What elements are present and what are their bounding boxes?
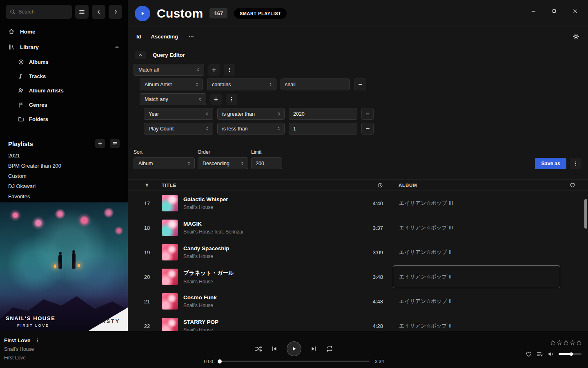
menu-button[interactable] xyxy=(75,5,89,19)
sidebar-item-home[interactable]: Home xyxy=(0,24,128,39)
save-as-button[interactable]: Save as xyxy=(535,158,566,169)
column-header-title[interactable]: TITLE xyxy=(157,183,350,188)
seek-knob[interactable] xyxy=(218,359,222,364)
track-row[interactable]: 21 Cosmo Funk Snail's House 4:48 エイリアン☆ポ… xyxy=(128,289,588,314)
add-rule-button[interactable] xyxy=(210,94,222,105)
vertical-scrollbar-thumb[interactable] xyxy=(584,199,587,229)
playlist-list-button[interactable] xyxy=(110,139,120,148)
rule-value-input[interactable] xyxy=(289,123,357,135)
track-artist[interactable]: Snail's House xyxy=(183,327,218,331)
add-playlist-button[interactable] xyxy=(95,139,105,148)
remove-rule-button[interactable] xyxy=(354,79,366,90)
rating-star-icon[interactable] xyxy=(557,340,562,346)
track-artist[interactable]: Snail's House xyxy=(183,303,217,308)
sidebar-item-album-artists[interactable]: Album Artists xyxy=(0,83,128,98)
window-minimize-button[interactable] xyxy=(530,7,537,15)
track-album[interactable]: エイリアン☆ポップ III xyxy=(393,216,560,239)
track-artist[interactable]: Snail's House feat. Sennzai xyxy=(183,229,243,235)
playlist-item[interactable]: DJ Okawari xyxy=(0,181,128,191)
sidebar-item-library[interactable]: Library xyxy=(0,39,128,55)
rule-field-select[interactable]: Play Count xyxy=(144,123,213,135)
remove-rule-button[interactable] xyxy=(361,108,374,120)
query-editor-collapse-button[interactable] xyxy=(135,51,146,59)
sort-field-button[interactable]: Id xyxy=(136,34,141,40)
rating-star-icon[interactable] xyxy=(563,340,569,346)
sidebar-item-albums[interactable]: Albums xyxy=(0,55,128,69)
rule-field-select[interactable]: Album Artist xyxy=(140,79,203,90)
column-header-index[interactable]: # xyxy=(128,183,157,188)
playlist-item[interactable]: BPM Greater than 200 xyxy=(0,161,128,171)
track-album[interactable]: エイリアン☆ポップ II xyxy=(393,241,560,264)
nav-forward-button[interactable] xyxy=(109,5,122,19)
limit-input[interactable] xyxy=(251,157,282,169)
more-options-icon[interactable] xyxy=(188,33,194,40)
match-type-select[interactable]: Match all xyxy=(134,64,204,76)
repeat-icon[interactable] xyxy=(326,345,333,352)
track-artist[interactable]: Snail's House xyxy=(183,204,228,210)
rule-operator-select[interactable]: contains xyxy=(207,79,276,90)
skip-previous-icon[interactable] xyxy=(271,346,278,352)
shuffle-icon[interactable] xyxy=(255,345,262,352)
track-album[interactable]: エイリアン☆ポップ II xyxy=(393,314,560,331)
order-select[interactable]: Descending xyxy=(198,157,248,169)
rule-value-input[interactable] xyxy=(289,108,357,120)
now-playing-album[interactable]: First Love xyxy=(4,355,40,361)
volume-knob[interactable] xyxy=(570,352,573,356)
volume-slider[interactable] xyxy=(559,353,581,355)
rule-field-select[interactable]: Year xyxy=(144,108,213,120)
rating-star-icon[interactable] xyxy=(550,340,556,346)
track-album[interactable]: エイリアン☆ポップ II xyxy=(393,290,560,313)
track-title: MAGIK xyxy=(183,221,243,227)
now-playing-menu-icon[interactable] xyxy=(35,338,40,343)
rule-group-menu-button[interactable] xyxy=(226,94,237,105)
rating-star-icon[interactable] xyxy=(576,340,582,346)
group-match-type-select[interactable]: Match any xyxy=(140,93,206,105)
rating-star-icon[interactable] xyxy=(570,340,575,346)
play-pause-button[interactable] xyxy=(287,341,301,356)
sidebar-item-tracks[interactable]: Tracks xyxy=(0,69,128,83)
now-playing-artwork[interactable]: SNAIL'S HOUSE FIRST LOVE TASTY xyxy=(0,202,128,331)
skip-next-icon[interactable] xyxy=(310,346,317,352)
track-row[interactable]: 17 Galactic Whisper Snail's House 4:40 エ… xyxy=(128,191,588,215)
gear-icon[interactable] xyxy=(572,33,579,40)
sort-direction-button[interactable]: Ascending xyxy=(151,34,178,40)
queue-icon[interactable] xyxy=(537,351,543,357)
chevron-up-icon[interactable] xyxy=(114,45,120,50)
track-row[interactable]: 18 MAGIK Snail's House feat. Sennzai 3:3… xyxy=(128,215,588,240)
window-close-button[interactable] xyxy=(571,7,579,15)
rule-value-input[interactable] xyxy=(281,79,350,90)
sort-select[interactable]: Album xyxy=(134,157,195,169)
save-menu-button[interactable] xyxy=(570,158,581,169)
volume-icon[interactable] xyxy=(548,351,554,357)
now-playing-title[interactable]: First Love xyxy=(4,337,31,343)
column-header-duration[interactable] xyxy=(350,182,387,188)
track-album[interactable]: エイリアン☆ポップ II xyxy=(393,265,560,288)
disc-icon xyxy=(18,59,24,65)
search-input[interactable] xyxy=(18,9,68,15)
rule-operator-select[interactable]: is less than xyxy=(217,123,285,135)
sidebar-item-folders[interactable]: Folders xyxy=(0,112,128,126)
column-header-favorite[interactable] xyxy=(565,182,588,188)
now-playing-artist[interactable]: Snail's House xyxy=(4,346,40,352)
play-playlist-button[interactable] xyxy=(135,6,150,21)
nav-back-button[interactable] xyxy=(92,5,105,19)
track-row[interactable]: 20 プラネット・ガール Snail's House 3:48 エイリアン☆ポッ… xyxy=(128,265,588,289)
track-row[interactable]: 22 STARRY POP Snail's House 4:28 エイリアン☆ポ… xyxy=(128,314,588,331)
column-header-album[interactable]: ALBUM xyxy=(387,183,565,188)
track-album[interactable]: エイリアン☆ポップ III xyxy=(393,192,560,215)
playlist-item[interactable]: Favorites xyxy=(0,191,128,202)
playlist-item[interactable]: 2021 xyxy=(0,150,128,161)
playlist-item[interactable]: Custom xyxy=(0,171,128,181)
rule-operator-select[interactable]: is greater than xyxy=(217,108,285,120)
sidebar-item-label: Folders xyxy=(29,116,48,122)
add-rule-button[interactable] xyxy=(208,64,220,76)
favorite-heart-icon[interactable] xyxy=(526,351,532,357)
window-maximize-button[interactable] xyxy=(550,7,558,15)
rule-group-menu-button[interactable] xyxy=(224,64,235,76)
track-row[interactable]: 19 Candy Spaceship Snail's House 3:09 エイ… xyxy=(128,240,588,265)
seek-slider[interactable] xyxy=(218,361,370,362)
sidebar-item-genres[interactable]: Genres xyxy=(0,98,128,112)
track-artist[interactable]: Snail's House xyxy=(183,279,234,285)
remove-rule-button[interactable] xyxy=(361,123,374,135)
track-artist[interactable]: Snail's House xyxy=(183,254,229,259)
